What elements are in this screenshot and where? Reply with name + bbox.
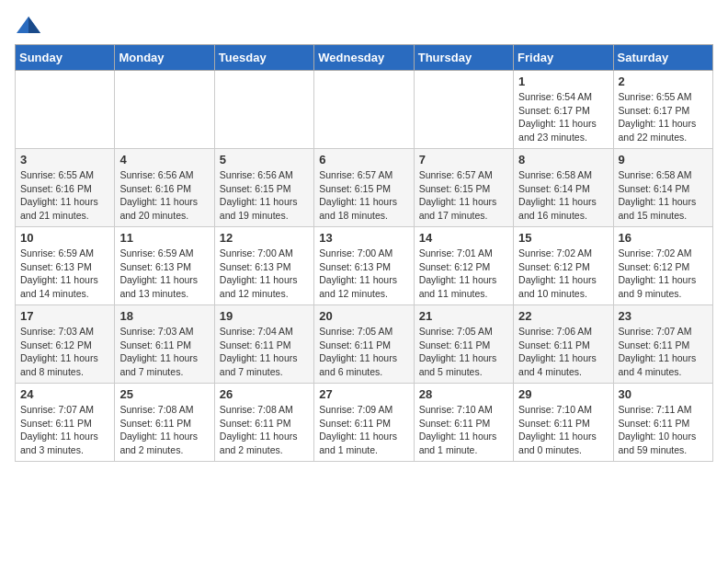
calendar-table: SundayMondayTuesdayWednesdayThursdayFrid… — [15, 44, 713, 462]
week-row-1: 3Sunrise: 6:55 AMSunset: 6:16 PMDaylight… — [16, 149, 713, 227]
day-cell: 20Sunrise: 7:05 AMSunset: 6:11 PMDayligh… — [314, 305, 414, 384]
day-cell: 19Sunrise: 7:04 AMSunset: 6:11 PMDayligh… — [214, 305, 313, 384]
day-cell: 23Sunrise: 7:07 AMSunset: 6:11 PMDayligh… — [613, 305, 712, 384]
day-info: Sunrise: 6:56 AMSunset: 6:16 PMDaylight:… — [119, 169, 198, 221]
svg-marker-1 — [28, 17, 40, 33]
day-number: 19 — [220, 309, 309, 323]
day-number: 12 — [220, 231, 309, 245]
day-info: Sunrise: 6:54 AMSunset: 6:17 PMDaylight:… — [518, 91, 597, 143]
day-info: Sunrise: 7:10 AMSunset: 6:11 PMDaylight:… — [518, 404, 597, 455]
header — [15, 15, 713, 37]
header-monday: Monday — [115, 45, 214, 71]
day-cell: 22Sunrise: 7:06 AMSunset: 6:11 PMDayligh… — [514, 305, 613, 384]
day-number: 8 — [518, 153, 608, 167]
header-friday: Friday — [514, 45, 613, 71]
header-thursday: Thursday — [414, 45, 513, 71]
day-info: Sunrise: 6:58 AMSunset: 6:14 PMDaylight:… — [518, 169, 597, 221]
header-sunday: Sunday — [16, 45, 115, 71]
day-info: Sunrise: 7:01 AMSunset: 6:12 PMDaylight:… — [419, 247, 497, 299]
day-cell: 1Sunrise: 6:54 AMSunset: 6:17 PMDaylight… — [514, 71, 613, 149]
day-cell: 8Sunrise: 6:58 AMSunset: 6:14 PMDaylight… — [514, 149, 613, 227]
day-info: Sunrise: 7:00 AMSunset: 6:13 PMDaylight:… — [319, 247, 397, 299]
day-number: 22 — [518, 309, 608, 323]
day-info: Sunrise: 6:59 AMSunset: 6:13 PMDaylight:… — [20, 247, 98, 299]
week-row-2: 10Sunrise: 6:59 AMSunset: 6:13 PMDayligh… — [16, 227, 713, 305]
day-info: Sunrise: 7:07 AMSunset: 6:11 PMDaylight:… — [619, 326, 697, 377]
day-info: Sunrise: 6:57 AMSunset: 6:15 PMDaylight:… — [319, 169, 397, 221]
day-cell: 24Sunrise: 7:07 AMSunset: 6:11 PMDayligh… — [16, 384, 115, 462]
day-cell: 6Sunrise: 6:57 AMSunset: 6:15 PMDaylight… — [314, 149, 414, 227]
day-info: Sunrise: 7:02 AMSunset: 6:12 PMDaylight:… — [619, 247, 697, 299]
day-number: 9 — [619, 153, 708, 167]
week-row-4: 24Sunrise: 7:07 AMSunset: 6:11 PMDayligh… — [16, 384, 713, 462]
day-number: 18 — [119, 309, 209, 323]
day-info: Sunrise: 6:59 AMSunset: 6:13 PMDaylight:… — [119, 247, 198, 299]
day-number: 10 — [20, 231, 109, 245]
day-info: Sunrise: 6:55 AMSunset: 6:16 PMDaylight:… — [20, 169, 98, 221]
day-info: Sunrise: 7:08 AMSunset: 6:11 PMDaylight:… — [220, 404, 298, 455]
day-info: Sunrise: 7:02 AMSunset: 6:12 PMDaylight:… — [518, 247, 597, 299]
day-number: 17 — [20, 309, 109, 323]
day-info: Sunrise: 7:09 AMSunset: 6:11 PMDaylight:… — [319, 404, 397, 455]
day-number: 27 — [319, 387, 408, 401]
day-cell: 4Sunrise: 6:56 AMSunset: 6:16 PMDaylight… — [115, 149, 214, 227]
day-cell: 21Sunrise: 7:05 AMSunset: 6:11 PMDayligh… — [414, 305, 513, 384]
day-number: 13 — [319, 231, 408, 245]
day-cell: 30Sunrise: 7:11 AMSunset: 6:11 PMDayligh… — [613, 384, 712, 462]
day-cell — [16, 71, 115, 149]
day-cell: 10Sunrise: 6:59 AMSunset: 6:13 PMDayligh… — [16, 227, 115, 305]
day-number: 11 — [119, 231, 209, 245]
day-number: 14 — [419, 231, 508, 245]
day-number: 24 — [20, 387, 109, 401]
day-info: Sunrise: 7:05 AMSunset: 6:11 PMDaylight:… — [319, 326, 397, 377]
day-info: Sunrise: 7:07 AMSunset: 6:11 PMDaylight:… — [20, 404, 98, 455]
day-cell: 12Sunrise: 7:00 AMSunset: 6:13 PMDayligh… — [214, 227, 313, 305]
day-cell: 13Sunrise: 7:00 AMSunset: 6:13 PMDayligh… — [314, 227, 414, 305]
day-cell: 27Sunrise: 7:09 AMSunset: 6:11 PMDayligh… — [314, 384, 414, 462]
day-number: 7 — [419, 153, 508, 167]
day-number: 26 — [220, 387, 309, 401]
day-cell: 26Sunrise: 7:08 AMSunset: 6:11 PMDayligh… — [214, 384, 313, 462]
day-cell: 18Sunrise: 7:03 AMSunset: 6:11 PMDayligh… — [115, 305, 214, 384]
day-cell — [115, 71, 214, 149]
week-row-3: 17Sunrise: 7:03 AMSunset: 6:12 PMDayligh… — [16, 305, 713, 384]
day-cell: 28Sunrise: 7:10 AMSunset: 6:11 PMDayligh… — [414, 384, 513, 462]
day-cell: 16Sunrise: 7:02 AMSunset: 6:12 PMDayligh… — [613, 227, 712, 305]
day-info: Sunrise: 6:56 AMSunset: 6:15 PMDaylight:… — [220, 169, 298, 221]
day-cell — [314, 71, 414, 149]
week-row-0: 1Sunrise: 6:54 AMSunset: 6:17 PMDaylight… — [16, 71, 713, 149]
day-cell: 15Sunrise: 7:02 AMSunset: 6:12 PMDayligh… — [514, 227, 613, 305]
header-tuesday: Tuesday — [214, 45, 313, 71]
day-number: 20 — [319, 309, 408, 323]
day-number: 28 — [419, 387, 508, 401]
day-info: Sunrise: 7:06 AMSunset: 6:11 PMDaylight:… — [518, 326, 597, 377]
calendar-header-row: SundayMondayTuesdayWednesdayThursdayFrid… — [16, 45, 713, 71]
day-number: 29 — [518, 387, 608, 401]
day-number: 21 — [419, 309, 508, 323]
day-info: Sunrise: 6:55 AMSunset: 6:17 PMDaylight:… — [619, 91, 697, 143]
day-number: 5 — [220, 153, 309, 167]
header-saturday: Saturday — [613, 45, 712, 71]
day-cell: 29Sunrise: 7:10 AMSunset: 6:11 PMDayligh… — [514, 384, 613, 462]
day-number: 4 — [119, 153, 209, 167]
day-cell — [414, 71, 513, 149]
logo — [15, 15, 46, 37]
day-cell: 14Sunrise: 7:01 AMSunset: 6:12 PMDayligh… — [414, 227, 513, 305]
day-number: 6 — [319, 153, 408, 167]
day-cell: 9Sunrise: 6:58 AMSunset: 6:14 PMDaylight… — [613, 149, 712, 227]
day-cell: 11Sunrise: 6:59 AMSunset: 6:13 PMDayligh… — [115, 227, 214, 305]
day-cell: 5Sunrise: 6:56 AMSunset: 6:15 PMDaylight… — [214, 149, 313, 227]
day-info: Sunrise: 7:04 AMSunset: 6:11 PMDaylight:… — [220, 326, 298, 377]
day-info: Sunrise: 7:03 AMSunset: 6:12 PMDaylight:… — [20, 326, 98, 377]
day-number: 15 — [518, 231, 608, 245]
day-number: 30 — [619, 387, 708, 401]
day-info: Sunrise: 7:08 AMSunset: 6:11 PMDaylight:… — [119, 404, 198, 455]
header-wednesday: Wednesday — [314, 45, 414, 71]
day-cell: 3Sunrise: 6:55 AMSunset: 6:16 PMDaylight… — [16, 149, 115, 227]
day-cell: 25Sunrise: 7:08 AMSunset: 6:11 PMDayligh… — [115, 384, 214, 462]
day-cell — [214, 71, 313, 149]
day-number: 1 — [518, 75, 608, 88]
day-number: 23 — [619, 309, 708, 323]
day-info: Sunrise: 6:57 AMSunset: 6:15 PMDaylight:… — [419, 169, 497, 221]
day-info: Sunrise: 7:05 AMSunset: 6:11 PMDaylight:… — [419, 326, 497, 377]
